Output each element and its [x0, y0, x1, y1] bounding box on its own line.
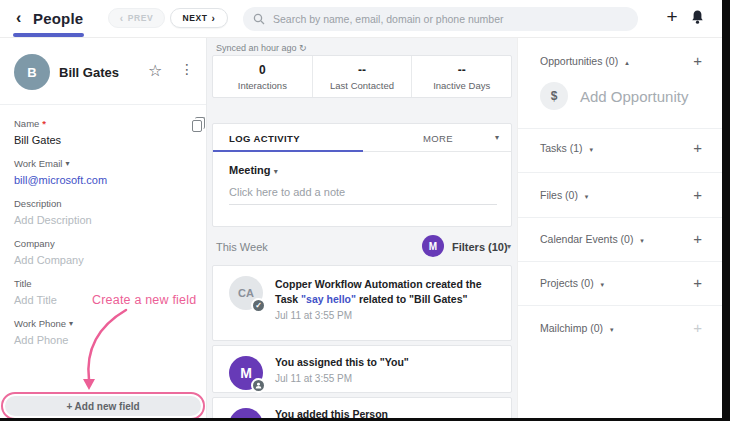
search-icon: [253, 13, 265, 25]
add-project-plus-icon[interactable]: +: [693, 274, 702, 291]
divider: [518, 172, 722, 173]
section-projects[interactable]: Projects (0) ▾ +: [518, 274, 722, 294]
required-mark: *: [42, 118, 46, 129]
back-icon[interactable]: ‹: [16, 9, 21, 27]
field-work-phone[interactable]: Work Phone ▾ Add Phone: [14, 318, 194, 346]
next-button[interactable]: NEXT ›: [170, 8, 228, 28]
section-mailchimp-label: Mailchimp (0): [540, 322, 603, 334]
tab-active-underline: [213, 150, 363, 152]
person-badge-icon: [251, 378, 266, 393]
prev-button-label: PREV: [128, 13, 154, 23]
chevron-right-icon: ›: [212, 13, 216, 24]
section-calendar-events[interactable]: Calendar Events (0) ▾ +: [518, 230, 722, 250]
field-company[interactable]: Company Add Company: [14, 238, 194, 266]
caret-down-icon[interactable]: ▾: [610, 326, 614, 333]
stat-inactive-days[interactable]: -- Inactive Days: [412, 56, 511, 97]
field-description[interactable]: Description Add Description: [14, 198, 194, 226]
activity-item[interactable]: M You assigned this to "You" Jul 11 at 3…: [212, 345, 512, 393]
field-description-label: Description: [14, 198, 62, 209]
tab-more[interactable]: MORE: [423, 133, 453, 144]
caret-down-icon[interactable]: ▾: [507, 242, 511, 251]
synced-label: Synced an hour ago: [216, 43, 297, 53]
field-work-email-value[interactable]: bill@microsoft.com: [14, 174, 194, 186]
search-input[interactable]: [273, 13, 628, 25]
filter-user-avatar[interactable]: M: [422, 235, 444, 257]
caret-down-icon[interactable]: ▾: [601, 281, 605, 288]
stats-bar: 0 Interactions -- Last Contacted -- Inac…: [212, 55, 512, 98]
sync-icon[interactable]: ↻: [299, 43, 307, 53]
contact-header: B Bill Gates ☆ ⋮: [0, 52, 206, 96]
caret-down-icon[interactable]: ▾: [69, 319, 73, 328]
activity-text: You assigned this to "You" Jul 11 at 3:5…: [275, 355, 503, 387]
caret-up-icon[interactable]: ▴: [625, 59, 629, 66]
add-file-plus-icon[interactable]: +: [693, 186, 702, 203]
add-new-field-button[interactable]: + Add new field: [5, 396, 201, 416]
activity-avatar: CA ✓: [229, 276, 263, 310]
divider: [0, 104, 206, 105]
activity-item[interactable]: CA ✓ Copper Workflow Automation created …: [212, 265, 512, 341]
section-calendar-events-label: Calendar Events (0): [540, 233, 633, 245]
note-input[interactable]: Click here to add a note: [229, 186, 497, 205]
contact-avatar: B: [14, 54, 50, 90]
stat-value: --: [458, 63, 466, 77]
field-title-label: Title: [14, 278, 32, 289]
section-files[interactable]: Files (0) ▾ +: [518, 186, 722, 206]
field-work-email[interactable]: Work Email ▾ bill@microsoft.com: [14, 158, 194, 186]
add-opportunity-button[interactable]: $ Add Opportunity: [518, 82, 722, 112]
next-button-label: NEXT: [182, 13, 207, 23]
section-files-label: Files (0): [540, 189, 578, 201]
add-task-plus-icon[interactable]: +: [693, 139, 702, 156]
stat-value: --: [358, 63, 366, 77]
activity-text-post: related to "Bill Gates": [356, 293, 468, 305]
kebab-menu-icon[interactable]: ⋮: [180, 61, 194, 77]
section-tasks[interactable]: Tasks (1) ▾ +: [518, 139, 722, 159]
caret-down-icon[interactable]: ▾: [495, 133, 499, 142]
caret-down-icon[interactable]: ▾: [640, 237, 644, 244]
field-description-placeholder[interactable]: Add Description: [14, 214, 194, 226]
caret-down-icon[interactable]: ▾: [590, 146, 594, 153]
field-company-label: Company: [14, 238, 55, 249]
activity-type-dropdown[interactable]: Meeting ▾: [229, 164, 495, 176]
filters-dropdown[interactable]: Filters (10): [452, 241, 508, 253]
notifications-bell-icon[interactable]: [690, 9, 705, 29]
activity-text-pre: You assigned this to "You": [275, 356, 409, 368]
activity-timestamp: Jul 11 at 3:55 PM: [275, 372, 503, 387]
synced-status: Synced an hour ago ↻: [216, 43, 307, 53]
tab-log-activity[interactable]: LOG ACTIVITY: [229, 133, 300, 144]
star-icon[interactable]: ☆: [148, 61, 162, 80]
prev-button[interactable]: ‹ PREV: [108, 8, 165, 28]
page-title: People: [33, 10, 83, 27]
field-name-value[interactable]: Bill Gates: [14, 134, 194, 146]
contact-fields: Name * Bill Gates Work Email ▾ bill@micr…: [14, 118, 194, 358]
field-company-placeholder[interactable]: Add Company: [14, 254, 194, 266]
section-opportunities[interactable]: Opportunities (0) ▴ +: [518, 52, 722, 72]
field-name[interactable]: Name * Bill Gates: [14, 118, 194, 146]
section-tasks-label: Tasks (1): [540, 142, 583, 154]
field-work-phone-placeholder[interactable]: Add Phone: [14, 334, 194, 346]
stat-value: 0: [259, 63, 266, 77]
field-work-phone-label: Work Phone: [14, 318, 66, 329]
chevron-left-icon: ‹: [120, 13, 124, 24]
related-sidebar: Opportunities (0) ▴ + $ Add Opportunity …: [517, 38, 722, 421]
divider: [518, 128, 722, 129]
top-header: ‹ People ‹ PREV NEXT › +: [0, 0, 722, 38]
caret-down-icon[interactable]: ▾: [585, 193, 589, 200]
field-work-email-label: Work Email: [14, 158, 62, 169]
section-mailchimp[interactable]: Mailchimp (0) ▾ +: [518, 319, 722, 339]
contact-sidebar: B Bill Gates ☆ ⋮ Name * Bill Gates Work …: [0, 38, 207, 421]
add-new-button[interactable]: +: [660, 5, 684, 29]
stat-label: Interactions: [238, 80, 287, 91]
task-link[interactable]: "say hello": [301, 293, 356, 305]
stat-last-contacted[interactable]: -- Last Contacted: [313, 56, 413, 97]
global-search[interactable]: [243, 7, 638, 31]
dollar-icon: $: [540, 82, 568, 110]
section-projects-label: Projects (0): [540, 277, 594, 289]
stat-interactions[interactable]: 0 Interactions: [213, 56, 313, 97]
add-opportunity-plus-icon[interactable]: +: [693, 52, 702, 69]
log-activity-card: LOG ACTIVITY MORE ▾ Meeting ▾ Click here…: [212, 123, 512, 227]
caret-down-icon[interactable]: ▾: [65, 159, 69, 168]
activity-type-label: Meeting: [229, 164, 271, 176]
add-event-plus-icon[interactable]: +: [693, 230, 702, 247]
feed-header: This Week M Filters (10) ▾: [207, 235, 517, 259]
task-badge-icon: ✓: [251, 298, 266, 313]
